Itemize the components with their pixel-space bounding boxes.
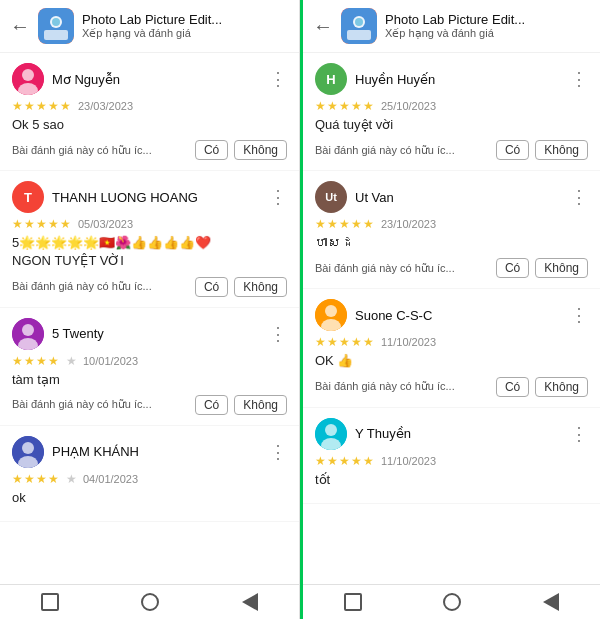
review-item: 5 Twenty ⋮ ★★★★★ 10/01/2023 tàm tạm Bài … [0,308,299,426]
reviewer-name: Huyền Huyến [355,72,435,87]
reviewer-left: PHẠM KHÁNH [12,436,139,468]
helpful-no-btn[interactable]: Không [535,258,588,278]
nav-back-icon[interactable] [543,593,559,611]
helpful-yes-btn[interactable]: Có [496,140,529,160]
app-title-right: Photo Lab Picture Edit... [385,12,590,27]
review-item: T THANH LUONG HOANG ⋮ ★★★★★ 05/03/2023 5… [0,171,299,307]
three-dots[interactable]: ⋮ [269,188,287,206]
review-date: 05/03/2023 [78,218,133,230]
nav-home-icon[interactable] [141,593,159,611]
review-header: Suone C-S-C ⋮ [315,299,588,331]
helpful-no-btn[interactable]: Không [535,140,588,160]
review-date: 23/03/2023 [78,100,133,112]
reviewer-name: PHẠM KHÁNH [52,444,139,459]
review-header: Mơ Nguyễn ⋮ [12,63,287,95]
helpful-yes-btn[interactable]: Có [496,377,529,397]
review-date: 11/10/2023 [381,455,436,467]
helpful-yes-btn[interactable]: Có [195,395,228,415]
review-date: 10/01/2023 [83,355,138,367]
avatar [12,318,44,350]
stars-date: ★★★★★ 23/10/2023 [315,217,588,231]
nav-square-icon[interactable] [344,593,362,611]
three-dots[interactable]: ⋮ [570,306,588,324]
svg-point-21 [325,424,337,436]
review-text: 5🌟🌟🌟🌟🌟🇻🇳🌺👍👍👍👍❤️ NGON TUYỆT VỜI [12,234,287,270]
stars-date: ★★★★★ 04/01/2023 [12,472,287,486]
reviewer-left: Mơ Nguyễn [12,63,120,95]
helpful-yes-btn[interactable]: Có [496,258,529,278]
stars: ★★★★★ [315,217,375,231]
helpful-label: Bài đánh giá này có hữu íc... [315,262,490,275]
back-icon-left[interactable]: ← [10,15,30,38]
review-date: 11/10/2023 [381,336,436,348]
three-dots[interactable]: ⋮ [570,425,588,443]
helpful-no-btn[interactable]: Không [234,395,287,415]
stars-empty: ★ [66,472,77,486]
stars-date: ★★★★★ 10/01/2023 [12,354,287,368]
three-dots[interactable]: ⋮ [570,188,588,206]
helpful-label: Bài đánh giá này có hữu íc... [12,280,189,293]
helpful-yes-btn[interactable]: Có [195,140,228,160]
nav-square-icon[interactable] [41,593,59,611]
review-header: PHẠM KHÁNH ⋮ [12,436,287,468]
svg-point-11 [22,442,34,454]
svg-point-8 [22,324,34,336]
rating-right: Xếp hạng và đánh giá [385,27,590,40]
helpful-no-btn[interactable]: Không [234,140,287,160]
review-header: Ut Ut Van ⋮ [315,181,588,213]
app-icon-left [38,8,74,44]
bottom-nav-right [303,584,600,619]
reviewer-name: Y Thuyền [355,426,411,441]
stars-date: ★★★★★ 11/10/2023 [315,454,588,468]
back-icon-right[interactable]: ← [313,15,333,38]
left-header-info: Photo Lab Picture Edit... Xếp hạng và đá… [82,12,289,40]
nav-home-icon[interactable] [443,593,461,611]
three-dots[interactable]: ⋮ [269,325,287,343]
review-text: tàm tạm [12,371,287,389]
rating-left: Xếp hạng và đánh giá [82,27,289,40]
reviewer-left: Ut Ut Van [315,181,394,213]
stars-date: ★★★★★ 05/03/2023 [12,217,287,231]
reviewer-name: Ut Van [355,190,394,205]
review-text: tốt [315,471,588,489]
helpful-row: Bài đánh giá này có hữu íc... Có Không [12,395,287,415]
review-text: Ok 5 sao [12,116,287,134]
reviewer-left: H Huyền Huyến [315,63,435,95]
review-text: Quá tuyệt vời [315,116,588,134]
reviewer-left: Y Thuyền [315,418,411,450]
left-panel: ← Photo Lab Picture Edit... Xếp hạng và … [0,0,300,619]
stars-date: ★★★★★ 23/03/2023 [12,99,287,113]
review-date: 23/10/2023 [381,218,436,230]
review-header: T THANH LUONG HOANG ⋮ [12,181,287,213]
reviewer-name: Mơ Nguyễn [52,72,120,87]
nav-back-icon[interactable] [242,593,258,611]
helpful-label: Bài đánh giá này có hữu íc... [12,398,189,411]
avatar: H [315,63,347,95]
three-dots[interactable]: ⋮ [269,70,287,88]
helpful-yes-btn[interactable]: Có [195,277,228,297]
left-header: ← Photo Lab Picture Edit... Xếp hạng và … [0,0,299,53]
stars-empty: ★ [66,354,77,368]
helpful-no-btn[interactable]: Không [234,277,287,297]
right-header: ← Photo Lab Picture Edit... Xếp hạng và … [303,0,600,53]
three-dots[interactable]: ⋮ [570,70,588,88]
review-item: H Huyền Huyến ⋮ ★★★★★ 25/10/2023 Quá tuy… [303,53,600,171]
stars: ★★★★★ [315,99,375,113]
left-reviews-area: Mơ Nguyễn ⋮ ★★★★★ 23/03/2023 Ok 5 sao Bà… [0,53,299,584]
stars: ★★★★ [12,354,60,368]
review-header: Y Thuyền ⋮ [315,418,588,450]
right-header-info: Photo Lab Picture Edit... Xếp hạng và đá… [385,12,590,40]
reviewer-name: Suone C-S-C [355,308,432,323]
helpful-row: Bài đánh giá này có hữu íc... Có Không [315,377,588,397]
reviewer-name: THANH LUONG HOANG [52,190,198,205]
stars-date: ★★★★★ 11/10/2023 [315,335,588,349]
helpful-no-btn[interactable]: Không [535,377,588,397]
svg-rect-2 [44,30,68,40]
three-dots[interactable]: ⋮ [269,443,287,461]
review-header: H Huyền Huyến ⋮ [315,63,588,95]
helpful-row: Bài đánh giá này có hữu íc... Có Không [315,140,588,160]
helpful-label: Bài đánh giá này có hữu íc... [315,144,490,157]
stars-date: ★★★★★ 25/10/2023 [315,99,588,113]
review-item: Suone C-S-C ⋮ ★★★★★ 11/10/2023 OK 👍 Bài … [303,289,600,407]
review-text: ok [12,489,287,507]
